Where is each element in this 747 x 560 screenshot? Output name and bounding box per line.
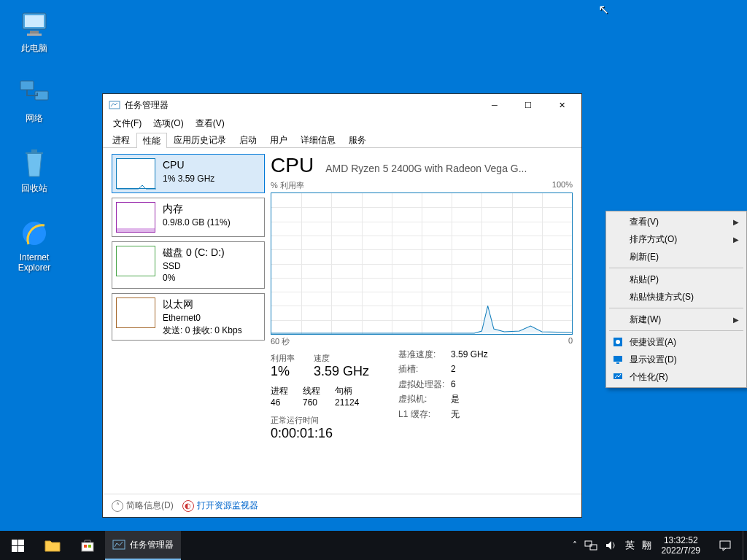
stat-label: 句柄: [335, 385, 359, 397]
perfcard-disk[interactable]: 磁盘 0 (C: D:) SSD 0%: [112, 241, 265, 289]
close-button[interactable]: ✕: [545, 94, 578, 116]
desktop-icon-label: 此电脑: [7, 42, 61, 55]
stat-label: 线程: [303, 385, 320, 397]
minimize-button[interactable]: ─: [478, 94, 511, 116]
perfcard-name: 内存: [163, 202, 231, 217]
ime-mode-indicator[interactable]: 翢: [642, 539, 651, 552]
perf-detail: CPU AMD Ryzen 5 2400G with Radeon Vega G…: [271, 154, 573, 491]
perfcard-memory[interactable]: 内存 0.9/8.0 GB (11%): [112, 198, 265, 237]
svg-rect-16: [12, 546, 18, 552]
window-title: 任务管理器: [125, 99, 478, 112]
stat-label: 进程: [271, 385, 288, 397]
open-resmon-link[interactable]: ◐ 打开资源监视器: [182, 499, 258, 512]
ctx-new[interactable]: 新建(W)▶: [608, 311, 745, 328]
computer-icon: [17, 6, 52, 41]
desktop-icon-ie[interactable]: Internet Explorer: [7, 216, 61, 273]
menu-view[interactable]: 查看(V): [190, 116, 231, 132]
tab-performance[interactable]: 性能: [136, 133, 167, 148]
svg-rect-3: [27, 34, 42, 36]
perfcard-value: 0%: [163, 272, 225, 284]
display-icon: [612, 354, 624, 365]
perfcard-value: 发送: 0 接收: 0 Kbps: [163, 324, 242, 337]
maximize-button[interactable]: ☐: [511, 94, 545, 116]
ctx-refresh[interactable]: 刷新(E): [608, 248, 745, 265]
ime-indicator[interactable]: 英: [625, 539, 635, 552]
stat-value: 3.59 GHz: [314, 364, 369, 379]
volume-tray-icon[interactable]: [605, 540, 618, 551]
menu-file[interactable]: 文件(F): [107, 116, 147, 132]
y-axis-max: 100%: [552, 180, 573, 191]
stat-label: 速度: [314, 353, 369, 364]
stat-value: 21124: [335, 397, 359, 408]
ctx-paste[interactable]: 粘贴(P): [608, 271, 745, 288]
svg-rect-2: [30, 31, 39, 34]
taskbar-explorer[interactable]: [35, 531, 70, 560]
taskbar-clock[interactable]: 13:32:52 2022/7/29: [654, 535, 708, 556]
uptime-label: 正常运行时间: [271, 415, 369, 426]
perfcard-cpu[interactable]: CPU 1% 3.59 GHz: [112, 154, 265, 193]
x-axis-right: 0: [568, 336, 573, 347]
perf-sidebar: CPU 1% 3.59 GHz 内存 0.9/8.0 GB (11%) 磁盘 0…: [112, 154, 265, 491]
task-manager-window: 任务管理器 ─ ☐ ✕ 文件(F) 选项(O) 查看(V) 进程 性能 应用历史…: [102, 93, 582, 518]
settings-icon: [612, 336, 624, 348]
detail-title: CPU: [271, 154, 314, 177]
svg-rect-19: [84, 545, 87, 548]
stat-value: 760: [303, 397, 320, 408]
ctx-quick-settings[interactable]: 便捷设置(A): [608, 333, 745, 351]
network-icon: [17, 76, 52, 111]
desktop-context-menu: 查看(V)▶ 排序方式(O)▶ 刷新(E) 粘贴(P) 粘贴快捷方式(S) 新建…: [605, 211, 747, 388]
submenu-arrow-icon: ▶: [733, 236, 739, 244]
tab-services[interactable]: 服务: [342, 132, 373, 147]
resmon-icon: ◐: [182, 500, 194, 512]
svg-rect-15: [18, 540, 24, 545]
perfcard-ethernet[interactable]: 以太网 Ethernet0 发送: 0 接收: 0 Kbps: [112, 293, 265, 341]
taskbar-app-label: 任务管理器: [130, 539, 174, 551]
ctx-paste-shortcut[interactable]: 粘贴快捷方式(S): [608, 288, 745, 306]
mini-chart-ethernet: [116, 298, 155, 328]
svg-rect-6: [31, 149, 37, 153]
separator: [609, 330, 743, 331]
tab-app-history[interactable]: 应用历史记录: [167, 132, 233, 147]
start-button[interactable]: [0, 531, 35, 560]
ctx-sort[interactable]: 排序方式(O)▶: [608, 230, 745, 248]
taskbar-store[interactable]: [70, 531, 105, 560]
perfcard-name: 以太网: [163, 298, 242, 312]
app-icon: [109, 99, 120, 111]
tab-processes[interactable]: 进程: [106, 132, 136, 147]
perfcard-value: 0.9/8.0 GB (11%): [163, 217, 231, 229]
x-axis-left: 60 秒: [271, 336, 290, 347]
show-desktop-button[interactable]: [743, 531, 747, 560]
ctx-personalize[interactable]: 个性化(R): [608, 368, 745, 386]
detail-subtitle: AMD Ryzen 5 2400G with Radeon Vega G...: [325, 163, 527, 174]
taskbar-running-taskmgr[interactable]: 任务管理器: [105, 531, 181, 560]
titlebar[interactable]: 任务管理器 ─ ☐ ✕: [103, 94, 581, 116]
svg-rect-8: [109, 101, 120, 109]
network-tray-icon[interactable]: [584, 540, 597, 551]
action-center-button[interactable]: [708, 531, 743, 560]
svg-rect-11: [614, 356, 622, 362]
desktop-icon-this-pc[interactable]: 此电脑: [7, 6, 61, 55]
stat-label: 利用率: [271, 353, 295, 364]
menu-options[interactable]: 选项(O): [147, 116, 189, 132]
cpu-chart[interactable]: [271, 192, 573, 335]
separator: [609, 268, 743, 268]
tab-details[interactable]: 详细信息: [294, 132, 342, 147]
svg-rect-14: [12, 540, 18, 545]
desktop-icon-recycle-bin[interactable]: 回收站: [7, 146, 61, 195]
desktop-icon-network[interactable]: 网络: [7, 76, 61, 125]
svg-rect-18: [82, 542, 93, 551]
tab-users[interactable]: 用户: [263, 132, 294, 147]
stat-value: 46: [271, 397, 288, 408]
tab-startup[interactable]: 启动: [233, 132, 263, 147]
ctx-display-settings[interactable]: 显示设置(D): [608, 351, 745, 368]
desktop-icon-label: Internet Explorer: [7, 252, 61, 273]
ctx-view[interactable]: 查看(V)▶: [608, 213, 745, 230]
perfcard-value: Ethernet0: [163, 312, 242, 324]
fewer-details-button[interactable]: ˄ 简略信息(D): [112, 499, 174, 512]
cpu-properties: 基准速度:3.59 GHz 插槽:2 虚拟处理器:6 虚拟机:是 L1 缓存:无: [398, 347, 488, 441]
svg-rect-4: [20, 81, 34, 90]
svg-point-10: [616, 340, 620, 344]
y-axis-label: % 利用率: [271, 180, 304, 191]
tray-chevron-icon[interactable]: ˄: [573, 540, 577, 551]
svg-rect-20: [88, 545, 91, 548]
